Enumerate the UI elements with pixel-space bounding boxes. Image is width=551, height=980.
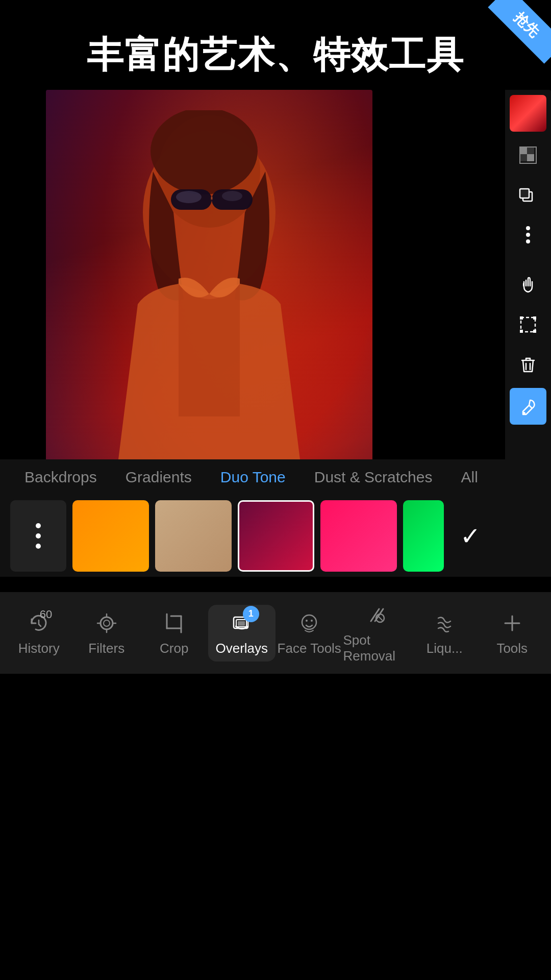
category-dust[interactable]: Dust & Scratches: [300, 469, 447, 486]
svg-rect-19: [533, 316, 536, 320]
liquify-icon-wrap: [431, 610, 458, 636]
eyedropper-button[interactable]: [510, 388, 546, 425]
overlays-badge: 1: [243, 606, 259, 622]
liquify-icon: [433, 612, 456, 634]
dot-2: [36, 533, 41, 538]
checkerboard-icon: [519, 146, 537, 164]
crop-label: Crop: [160, 641, 188, 656]
swatch-hotpink[interactable]: [320, 500, 397, 572]
category-duotone[interactable]: Duo Tone: [206, 469, 300, 486]
swatches-row: ✓: [0, 495, 551, 577]
category-bar: Backdrops Gradients Duo Tone Dust & Scra…: [0, 459, 551, 495]
nav-spot-removal[interactable]: Spot Removal: [343, 602, 411, 664]
overlays-label: Overlays: [215, 641, 268, 656]
delete-button[interactable]: [510, 346, 546, 383]
spot-removal-label: Spot Removal: [343, 632, 411, 664]
trash-icon: [519, 355, 537, 374]
history-count: 60: [40, 608, 52, 621]
svg-line-24: [529, 405, 532, 408]
nav-tools[interactable]: Tools: [479, 610, 546, 656]
transform-button[interactable]: [510, 306, 546, 343]
badge-text: 抢先: [488, 0, 551, 64]
swatch-confirm[interactable]: ✓: [450, 500, 491, 572]
page-title: 丰富的艺术、特效工具: [20, 31, 531, 80]
svg-rect-16: [520, 189, 529, 198]
crop-icon-wrap: [161, 610, 187, 636]
face-tools-label: Face Tools: [278, 641, 341, 656]
svg-point-42: [306, 620, 308, 622]
svg-point-8: [222, 191, 242, 201]
svg-rect-10: [520, 147, 527, 154]
dot-1: [36, 523, 41, 528]
svg-point-29: [104, 620, 110, 626]
swatch-more[interactable]: [10, 500, 66, 572]
svg-rect-18: [520, 316, 523, 320]
filters-icon-wrap: [93, 610, 120, 636]
dot1: [526, 226, 530, 230]
swatch-orange[interactable]: [72, 500, 149, 572]
svg-rect-17: [521, 317, 535, 332]
crop-icon: [163, 612, 185, 634]
svg-point-7: [176, 191, 202, 203]
nav-face-tools[interactable]: Face Tools: [276, 610, 343, 656]
svg-point-25: [522, 412, 525, 415]
nav-filters[interactable]: Filters: [73, 610, 141, 656]
svg-point-3: [151, 110, 258, 194]
face-tools-icon-wrap: [296, 610, 322, 636]
duplicate-button[interactable]: [510, 177, 546, 213]
duplicate-icon: [519, 186, 537, 204]
tools-label: Tools: [496, 641, 528, 656]
corner-badge: 抢先: [480, 0, 551, 71]
nav-crop[interactable]: Crop: [140, 610, 208, 656]
swatch-tan[interactable]: [155, 500, 232, 572]
dot2: [526, 233, 530, 237]
svg-rect-20: [520, 330, 523, 333]
nav-history[interactable]: 60 History: [5, 610, 73, 656]
svg-point-43: [311, 620, 313, 622]
eyedropper-icon: [519, 397, 537, 415]
face-tools-icon: [298, 612, 320, 634]
svg-rect-12: [520, 154, 527, 161]
spot-removal-icon-wrap: [364, 602, 390, 628]
nav-overlays[interactable]: 1 Overlays: [208, 605, 276, 662]
overlays-icon-wrap: 1: [229, 610, 255, 636]
top-banner: 丰富的艺术、特效工具: [0, 0, 551, 90]
svg-rect-13: [527, 154, 534, 161]
color-swatch-button[interactable]: [510, 95, 546, 132]
checkerboard-button[interactable]: [510, 137, 546, 174]
transform-icon: [519, 315, 537, 334]
svg-line-27: [39, 624, 41, 626]
svg-rect-40: [238, 621, 245, 626]
filters-icon: [95, 612, 118, 634]
svg-point-28: [101, 617, 113, 629]
dot-3: [36, 544, 41, 549]
nav-liquify[interactable]: Liqu...: [411, 610, 479, 656]
check-icon: ✓: [460, 522, 481, 550]
swatch-green[interactable]: [403, 500, 444, 572]
swatch-redpurple[interactable]: [238, 500, 314, 572]
dot3: [526, 239, 530, 243]
liquify-label: Liqu...: [427, 641, 463, 656]
filters-label: Filters: [88, 641, 124, 656]
history-label: History: [18, 641, 60, 656]
category-gradients[interactable]: Gradients: [111, 469, 206, 486]
bottom-nav: 60 History Filters: [0, 592, 551, 674]
svg-line-47: [378, 616, 382, 620]
tools-icon-wrap: [499, 610, 525, 636]
plus-icon: [501, 612, 523, 634]
hand-icon: [519, 276, 537, 294]
more-options-button[interactable]: [510, 216, 546, 253]
spot-removal-icon: [366, 604, 388, 626]
svg-rect-21: [533, 330, 536, 333]
svg-rect-11: [527, 147, 534, 154]
hand-tool-button[interactable]: [510, 266, 546, 303]
category-backdrops[interactable]: Backdrops: [10, 469, 111, 486]
category-all[interactable]: All: [446, 469, 492, 486]
history-icon-wrap: 60: [26, 610, 52, 636]
